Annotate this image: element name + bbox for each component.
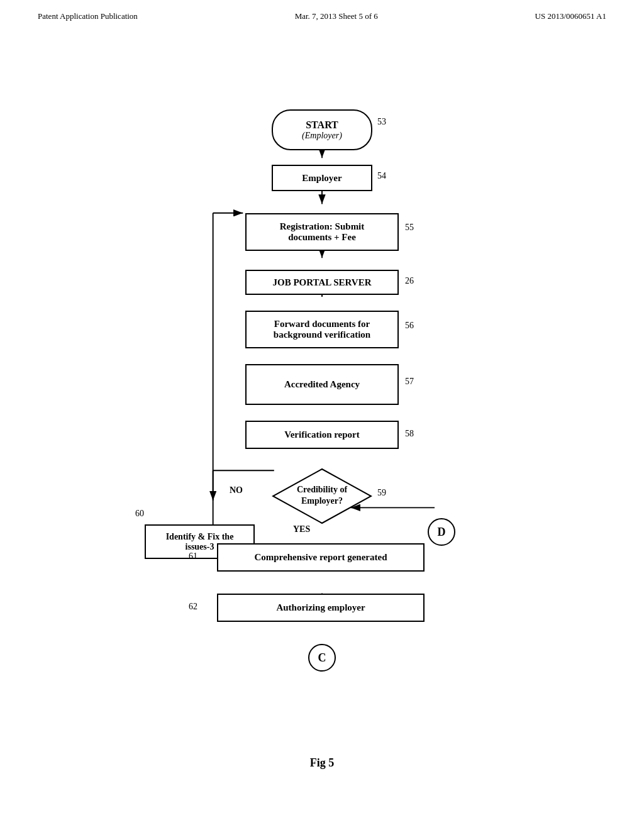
start-label: START xyxy=(302,119,342,131)
employer-node: Employer xyxy=(272,165,372,191)
label-57: 57 xyxy=(405,377,414,387)
verification-report-node: Verification report xyxy=(245,421,399,449)
page-header: Patent Application Publication Mar. 7, 2… xyxy=(0,0,644,21)
authorizing-employer-label: Authorizing employer xyxy=(276,602,365,613)
forward-docs-node: Forward documents forbackground verifica… xyxy=(245,311,399,348)
verification-report-label: Verification report xyxy=(284,429,360,440)
label-62: 62 xyxy=(189,602,197,612)
label-59: 59 xyxy=(377,488,386,498)
label-61: 61 xyxy=(189,551,197,562)
label-26: 26 xyxy=(405,276,414,286)
header-center: Mar. 7, 2013 Sheet 5 of 6 xyxy=(295,11,378,21)
comprehensive-report-label: Comprehensive report generated xyxy=(254,552,387,563)
label-53: 53 xyxy=(377,117,386,127)
label-54: 54 xyxy=(377,171,386,181)
start-sublabel: (Employer) xyxy=(302,131,342,141)
job-portal-node: JOB PORTAL SERVER xyxy=(245,270,399,295)
svg-text:Employer?: Employer? xyxy=(301,496,343,506)
accredited-agency-node: Accredited Agency xyxy=(245,364,399,405)
label-60: 60 xyxy=(135,509,144,519)
accredited-agency-label: Accredited Agency xyxy=(284,379,360,390)
authorizing-employer-node: Authorizing employer xyxy=(217,594,425,622)
connector-c: C xyxy=(308,644,336,672)
employer-label: Employer xyxy=(302,173,341,184)
job-portal-label: JOB PORTAL SERVER xyxy=(272,277,371,288)
svg-text:Credibility of: Credibility of xyxy=(297,485,348,494)
forward-docs-label: Forward documents forbackground verifica… xyxy=(274,319,370,340)
registration-node: Registration: Submitdocuments + Fee xyxy=(245,213,399,251)
label-56: 56 xyxy=(405,321,414,331)
credibility-diamond: Credibility of Employer? xyxy=(272,468,372,518)
registration-label: Registration: Submitdocuments + Fee xyxy=(280,221,365,243)
comprehensive-report-node: Comprehensive report generated xyxy=(217,543,425,572)
connector-d: D xyxy=(428,518,455,546)
diagram-area: START (Employer) 53 Employer 54 Registra… xyxy=(0,21,644,776)
figure-caption: Fig 5 xyxy=(310,756,335,770)
yes-label: YES xyxy=(293,524,310,534)
label-55: 55 xyxy=(405,223,414,233)
label-58: 58 xyxy=(405,429,414,439)
start-node: START (Employer) xyxy=(272,109,372,150)
header-right: US 2013/0060651 A1 xyxy=(535,11,606,21)
no-label: NO xyxy=(230,485,243,495)
header-left: Patent Application Publication xyxy=(38,11,138,21)
